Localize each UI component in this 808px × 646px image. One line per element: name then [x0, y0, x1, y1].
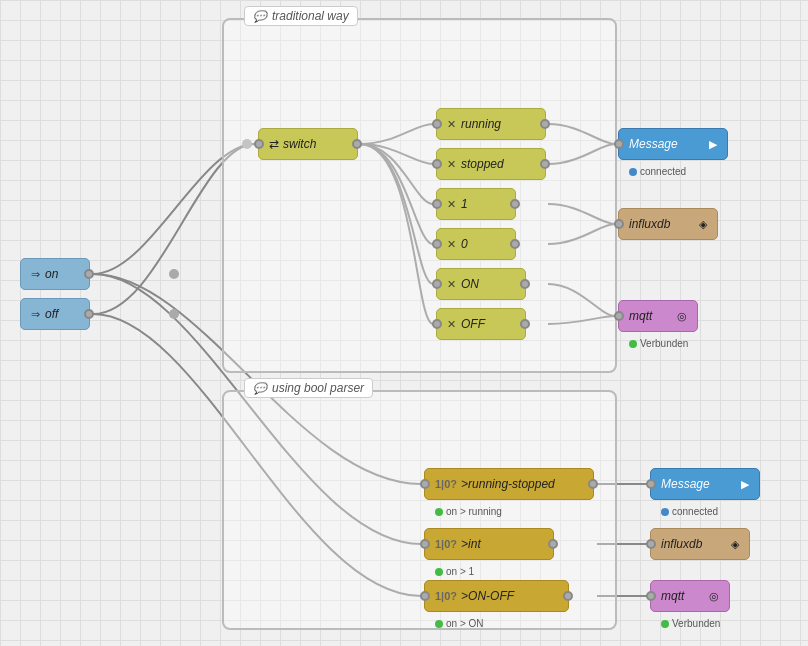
parser-onoff-sub: on > ON — [435, 618, 484, 629]
node-parser-int[interactable]: 1|0? >int on > 1 — [424, 528, 554, 560]
port-off-out[interactable] — [84, 309, 94, 319]
status-dot-bot-connected — [661, 508, 669, 516]
parser-int-sub: on > 1 — [435, 566, 474, 577]
port-on-in[interactable] — [432, 279, 442, 289]
port-running-out[interactable] — [540, 119, 550, 129]
message-bot-send-icon: ▶ — [741, 478, 749, 491]
port-off-in[interactable] — [432, 319, 442, 329]
node-parser-running[interactable]: 1|0? >running-stopped on > running — [424, 468, 594, 500]
comment-icon: 💬 — [253, 10, 267, 23]
change-off-icon: ✕ — [447, 318, 456, 331]
node-mqtt-top[interactable]: mqtt ◎ Verbunden — [618, 300, 698, 332]
comment-icon-2: 💬 — [253, 382, 267, 395]
status-dot-parser-run — [435, 508, 443, 516]
influx-icon: ◈ — [699, 218, 707, 231]
mqtt-icon: ◎ — [677, 310, 687, 323]
port-stopped-in[interactable] — [432, 159, 442, 169]
port-msg-top-in[interactable] — [614, 139, 624, 149]
node-change-off[interactable]: ✕ OFF — [436, 308, 526, 340]
parser-running-sub: on > running — [435, 506, 502, 517]
input-on-icon: ⇒ — [31, 268, 40, 281]
port-mqtt-bot-in[interactable] — [646, 591, 656, 601]
node-mqtt-bot[interactable]: mqtt ◎ Verbunden — [650, 580, 730, 612]
port-parser-running-in[interactable] — [420, 479, 430, 489]
status-dot-connected — [629, 168, 637, 176]
port-running-in[interactable] — [432, 119, 442, 129]
node-change-running[interactable]: ✕ running — [436, 108, 546, 140]
status-dot-parser-int — [435, 568, 443, 576]
port-1-in[interactable] — [432, 199, 442, 209]
mqtt-top-status: Verbunden — [629, 338, 688, 349]
port-on-out[interactable] — [520, 279, 530, 289]
node-parser-on-off[interactable]: 1|0? >ON-OFF on > ON — [424, 580, 569, 612]
junction-on — [169, 269, 179, 279]
port-1-out[interactable] — [510, 199, 520, 209]
port-parser-running-out[interactable] — [588, 479, 598, 489]
port-influx-top-in[interactable] — [614, 219, 624, 229]
status-dot-parser-onoff — [435, 620, 443, 628]
group-traditional: 💬 traditional way — [222, 18, 617, 373]
group-traditional-label: 💬 traditional way — [244, 6, 358, 26]
input-off-icon: ⇒ — [31, 308, 40, 321]
node-influx-top[interactable]: influxdb ◈ — [618, 208, 718, 240]
node-message-top[interactable]: Message ▶ connected — [618, 128, 728, 160]
node-input-on[interactable]: ⇒ on — [20, 258, 90, 290]
node-message-bot[interactable]: Message ▶ connected — [650, 468, 760, 500]
port-influx-bot-in[interactable] — [646, 539, 656, 549]
node-change-0[interactable]: ✕ 0 — [436, 228, 516, 260]
port-parser-int-out[interactable] — [548, 539, 558, 549]
port-switch-in[interactable] — [254, 139, 264, 149]
change-0-icon: ✕ — [447, 238, 456, 251]
message-top-status: connected — [629, 166, 686, 177]
node-change-on[interactable]: ✕ ON — [436, 268, 526, 300]
message-send-icon: ▶ — [709, 138, 717, 151]
node-influx-bot[interactable]: influxdb ◈ — [650, 528, 750, 560]
change-1-icon: ✕ — [447, 198, 456, 211]
node-change-stopped[interactable]: ✕ stopped — [436, 148, 546, 180]
port-parser-onoff-in[interactable] — [420, 591, 430, 601]
port-off-out[interactable] — [520, 319, 530, 329]
port-0-in[interactable] — [432, 239, 442, 249]
mqtt-bot-status: Verbunden — [661, 618, 720, 629]
switch-icon: ⇄ — [269, 137, 279, 151]
node-switch[interactable]: ⇄ switch — [258, 128, 358, 160]
message-bot-status: connected — [661, 506, 718, 517]
port-0-out[interactable] — [510, 239, 520, 249]
parser-onoff-badge: 1|0? — [435, 590, 457, 602]
influx-bot-icon: ◈ — [731, 538, 739, 551]
port-msg-bot-in[interactable] — [646, 479, 656, 489]
change-running-icon: ✕ — [447, 118, 456, 131]
node-change-1[interactable]: ✕ 1 — [436, 188, 516, 220]
port-stopped-out[interactable] — [540, 159, 550, 169]
port-mqtt-top-in[interactable] — [614, 311, 624, 321]
status-dot-verbunden — [629, 340, 637, 348]
port-switch-out[interactable] — [352, 139, 362, 149]
junction-off — [169, 309, 179, 319]
port-parser-int-in[interactable] — [420, 539, 430, 549]
port-on-out[interactable] — [84, 269, 94, 279]
parser-int-badge: 1|0? — [435, 538, 457, 550]
parser-running-badge: 1|0? — [435, 478, 457, 490]
mqtt-bot-icon: ◎ — [709, 590, 719, 603]
status-dot-bot-verbunden — [661, 620, 669, 628]
change-on-icon: ✕ — [447, 278, 456, 291]
group-bool-parser-label: 💬 using bool parser — [244, 378, 373, 398]
change-stopped-icon: ✕ — [447, 158, 456, 171]
node-input-off[interactable]: ⇒ off — [20, 298, 90, 330]
port-parser-onoff-out[interactable] — [563, 591, 573, 601]
